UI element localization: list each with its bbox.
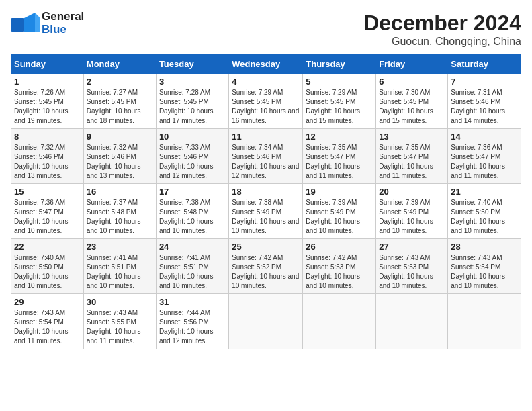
- calendar-cell: [376, 294, 448, 349]
- day-number: 12: [306, 132, 373, 142]
- svg-marker-2: [35, 13, 40, 32]
- calendar-cell: 3 Sunrise: 7:28 AM Sunset: 5:45 PM Dayli…: [156, 74, 228, 129]
- sunset-label: Sunset: 5:54 PM: [14, 318, 64, 326]
- sunset-label: Sunset: 5:51 PM: [87, 263, 136, 271]
- day-number: 22: [14, 242, 81, 252]
- daylight-label: Daylight: 10 hours and 11 minutes.: [306, 163, 360, 179]
- day-number: 27: [379, 242, 445, 252]
- daylight-label: Daylight: 10 hours and 15 minutes.: [306, 107, 360, 124]
- daylight-label: Daylight: 10 hours and 10 minutes.: [159, 218, 214, 234]
- daylight-label: Daylight: 10 hours and 12 minutes.: [159, 163, 214, 179]
- day-number: 5: [306, 77, 373, 87]
- day-number: 18: [232, 187, 300, 197]
- daylight-label: Daylight: 10 hours and 11 minutes.: [451, 163, 505, 179]
- daylight-label: Daylight: 10 hours and 10 minutes.: [232, 273, 299, 289]
- calendar-cell: 25 Sunrise: 7:42 AM Sunset: 5:52 PM Dayl…: [229, 239, 303, 294]
- day-info: Sunrise: 7:41 AM Sunset: 5:51 PM Dayligh…: [87, 253, 153, 291]
- day-info: Sunrise: 7:42 AM Sunset: 5:52 PM Dayligh…: [232, 253, 300, 291]
- calendar-cell: 5 Sunrise: 7:29 AM Sunset: 5:45 PM Dayli…: [303, 74, 376, 129]
- sunrise-label: Sunrise: 7:38 AM: [232, 199, 283, 206]
- day-number: 16: [87, 187, 153, 197]
- sunset-label: Sunset: 5:46 PM: [14, 153, 64, 161]
- calendar-cell: 27 Sunrise: 7:43 AM Sunset: 5:53 PM Dayl…: [376, 239, 448, 294]
- weekday-header-sunday: Sunday: [11, 55, 84, 74]
- sunrise-label: Sunrise: 7:35 AM: [379, 144, 430, 151]
- sunset-label: Sunset: 5:48 PM: [159, 208, 209, 216]
- calendar-week-row: 29 Sunrise: 7:43 AM Sunset: 5:54 PM Dayl…: [11, 294, 521, 349]
- sunset-label: Sunset: 5:46 PM: [451, 98, 500, 105]
- calendar-cell: 15 Sunrise: 7:36 AM Sunset: 5:47 PM Dayl…: [11, 184, 84, 239]
- sunset-label: Sunset: 5:47 PM: [379, 153, 429, 161]
- day-info: Sunrise: 7:34 AM Sunset: 5:46 PM Dayligh…: [232, 143, 300, 181]
- sunset-label: Sunset: 5:53 PM: [306, 263, 355, 271]
- day-info: Sunrise: 7:30 AM Sunset: 5:45 PM Dayligh…: [379, 88, 445, 126]
- sunrise-label: Sunrise: 7:37 AM: [87, 199, 138, 206]
- calendar-table: SundayMondayTuesdayWednesdayThursdayFrid…: [11, 54, 521, 349]
- daylight-label: Daylight: 10 hours and 11 minutes.: [14, 328, 69, 345]
- sunrise-label: Sunrise: 7:43 AM: [451, 254, 502, 261]
- day-info: Sunrise: 7:33 AM Sunset: 5:46 PM Dayligh…: [159, 143, 226, 181]
- sunrise-label: Sunrise: 7:29 AM: [306, 89, 357, 96]
- weekday-header-wednesday: Wednesday: [229, 55, 303, 74]
- sunrise-label: Sunrise: 7:28 AM: [159, 89, 210, 96]
- sunrise-label: Sunrise: 7:33 AM: [159, 144, 210, 151]
- calendar-cell: [229, 294, 303, 349]
- day-number: 6: [379, 77, 445, 87]
- day-number: 13: [379, 132, 445, 142]
- calendar-cell: 9 Sunrise: 7:32 AM Sunset: 5:46 PM Dayli…: [83, 129, 156, 184]
- sunset-label: Sunset: 5:47 PM: [14, 208, 64, 216]
- daylight-label: Daylight: 10 hours and 13 minutes.: [87, 163, 141, 179]
- day-info: Sunrise: 7:38 AM Sunset: 5:48 PM Dayligh…: [159, 198, 226, 236]
- day-info: Sunrise: 7:31 AM Sunset: 5:46 PM Dayligh…: [451, 88, 518, 126]
- calendar-cell: 17 Sunrise: 7:38 AM Sunset: 5:48 PM Dayl…: [156, 184, 228, 239]
- day-info: Sunrise: 7:43 AM Sunset: 5:54 PM Dayligh…: [14, 308, 81, 346]
- calendar-cell: 14 Sunrise: 7:36 AM Sunset: 5:47 PM Dayl…: [448, 129, 521, 184]
- day-number: 10: [159, 132, 226, 142]
- daylight-label: Daylight: 10 hours and 11 minutes.: [379, 163, 433, 179]
- daylight-label: Daylight: 10 hours and 16 minutes.: [232, 107, 299, 124]
- day-info: Sunrise: 7:39 AM Sunset: 5:49 PM Dayligh…: [379, 198, 445, 236]
- sunset-label: Sunset: 5:49 PM: [306, 208, 355, 216]
- day-number: 15: [14, 187, 81, 197]
- calendar-cell: 20 Sunrise: 7:39 AM Sunset: 5:49 PM Dayl…: [376, 184, 448, 239]
- sunset-label: Sunset: 5:50 PM: [451, 208, 500, 216]
- calendar-cell: 28 Sunrise: 7:43 AM Sunset: 5:54 PM Dayl…: [448, 239, 521, 294]
- sunrise-label: Sunrise: 7:34 AM: [232, 144, 283, 151]
- daylight-label: Daylight: 10 hours and 10 minutes.: [306, 218, 360, 234]
- day-info: Sunrise: 7:29 AM Sunset: 5:45 PM Dayligh…: [306, 88, 373, 126]
- day-info: Sunrise: 7:28 AM Sunset: 5:45 PM Dayligh…: [159, 88, 226, 126]
- calendar-cell: 23 Sunrise: 7:41 AM Sunset: 5:51 PM Dayl…: [83, 239, 156, 294]
- day-number: 24: [159, 242, 226, 252]
- day-number: 17: [159, 187, 226, 197]
- sunset-label: Sunset: 5:47 PM: [306, 153, 355, 161]
- day-info: Sunrise: 7:27 AM Sunset: 5:45 PM Dayligh…: [87, 88, 153, 126]
- month-title: December 2024: [363, 11, 521, 36]
- daylight-label: Daylight: 10 hours and 11 minutes.: [87, 328, 141, 345]
- daylight-label: Daylight: 10 hours and 10 minutes.: [14, 273, 69, 289]
- day-info: Sunrise: 7:44 AM Sunset: 5:56 PM Dayligh…: [159, 308, 226, 346]
- day-info: Sunrise: 7:26 AM Sunset: 5:45 PM Dayligh…: [14, 88, 81, 126]
- sunrise-label: Sunrise: 7:43 AM: [379, 254, 430, 261]
- day-number: 21: [451, 187, 518, 197]
- logo-general-text: General: [42, 11, 84, 24]
- calendar-cell: 18 Sunrise: 7:38 AM Sunset: 5:49 PM Dayl…: [229, 184, 303, 239]
- sunrise-label: Sunrise: 7:32 AM: [14, 144, 65, 151]
- daylight-label: Daylight: 10 hours and 13 minutes.: [14, 163, 69, 179]
- day-info: Sunrise: 7:32 AM Sunset: 5:46 PM Dayligh…: [87, 143, 153, 181]
- day-number: 3: [159, 77, 226, 87]
- weekday-header-saturday: Saturday: [448, 55, 521, 74]
- sunrise-label: Sunrise: 7:26 AM: [14, 89, 65, 96]
- day-number: 4: [232, 77, 300, 87]
- sunset-label: Sunset: 5:46 PM: [232, 153, 281, 161]
- sunrise-label: Sunrise: 7:27 AM: [87, 89, 138, 96]
- calendar-week-row: 8 Sunrise: 7:32 AM Sunset: 5:46 PM Dayli…: [11, 129, 521, 184]
- daylight-label: Daylight: 10 hours and 17 minutes.: [159, 107, 214, 124]
- location-title: Guocun, Chongqing, China: [363, 36, 521, 48]
- daylight-label: Daylight: 10 hours and 10 minutes.: [159, 273, 214, 289]
- page-header: General Blue December 2024 Guocun, Chong…: [11, 11, 521, 48]
- calendar-week-row: 15 Sunrise: 7:36 AM Sunset: 5:47 PM Dayl…: [11, 184, 521, 239]
- sunrise-label: Sunrise: 7:39 AM: [306, 199, 357, 206]
- weekday-header-friday: Friday: [376, 55, 448, 74]
- day-number: 11: [232, 132, 300, 142]
- calendar-cell: [303, 294, 376, 349]
